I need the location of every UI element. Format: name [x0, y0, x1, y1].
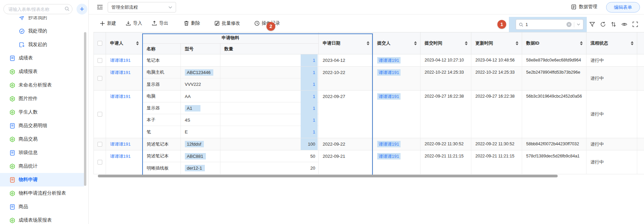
row-checkbox[interactable]: [98, 160, 102, 165]
status-cell: 进行中: [586, 54, 637, 66]
applicant-link[interactable]: 谭谭谭191: [110, 154, 131, 159]
filter-icon[interactable]: [589, 21, 595, 27]
item-name-cell: 简述笔记本: [143, 138, 181, 150]
sidebar-item-form-material-request[interactable]: 物料申请: [0, 173, 84, 186]
sidebar-item-handled-by-me[interactable]: 我处理的: [0, 24, 84, 38]
table-row: 谭谭谭191 电脑主机 ABC123446 1 显示器 VVV222 1 202…: [94, 67, 644, 91]
sidebar-scrollbar[interactable]: [84, 32, 86, 186]
item-qty-cell: 100: [220, 138, 318, 150]
submitter-link[interactable]: 谭谭谭191: [377, 69, 401, 76]
submitter-link[interactable]: 谭谭谭191: [377, 57, 401, 64]
submit-time-cell: 2022-10-22 14:25:33: [421, 67, 471, 90]
grid-search-input[interactable]: [525, 22, 566, 27]
row-checkbox[interactable]: [98, 142, 102, 147]
collapse-sidebar-icon[interactable]: [97, 4, 103, 10]
horizontal-scrollbar[interactable]: [98, 175, 558, 177]
annotation-badge-1: 1: [497, 20, 506, 29]
chevron-down-icon[interactable]: [577, 23, 580, 26]
form-doc-icon: [9, 204, 15, 210]
row-checkbox[interactable]: [98, 76, 102, 81]
sort-icon[interactable]: [516, 41, 518, 45]
sort-icon[interactable]: [136, 41, 139, 45]
sidebar-item-report-image-widget[interactable]: 图片控件: [0, 92, 84, 105]
flow-scope-select[interactable]: 管理全部流程: [108, 2, 176, 13]
sidebar-item-report-product-stats[interactable]: 商品统计: [0, 159, 84, 173]
status-cell: 进行中: [586, 138, 637, 150]
search-icon: [519, 22, 523, 27]
edit-doc-icon: [214, 21, 220, 26]
sidebar-item-report-scores[interactable]: 成绩报表: [0, 65, 84, 78]
data-manage-button[interactable]: 数据管理: [571, 4, 597, 10]
col-header-status[interactable]: 流程状态: [586, 32, 637, 54]
col-header-submitter[interactable]: 提交人: [373, 32, 421, 54]
report-icon: [9, 69, 15, 75]
data-id-cell: 58bb842f0072b44230ff7032: [522, 138, 586, 150]
submitter-link[interactable]: 谭谭谭191: [377, 141, 401, 147]
refresh-icon[interactable]: [600, 21, 606, 27]
col-header-apply-date[interactable]: 申请日期: [319, 32, 373, 54]
sidebar-item-report-unnamed-analysis[interactable]: 未命名分析报表: [0, 78, 84, 92]
sort-icon[interactable]: [580, 41, 583, 45]
item-name-cell: 笔: [143, 126, 181, 138]
select-all-checkbox[interactable]: [98, 41, 102, 46]
sort-icon[interactable]: [465, 41, 468, 45]
col-header-data-id[interactable]: 数据ID: [522, 32, 586, 54]
delete-button[interactable]: 删除: [184, 20, 200, 26]
new-record-button[interactable]: 新建: [100, 20, 116, 26]
item-name-cell: 电脑: [143, 91, 181, 102]
sidebar-item-form-trade-detail[interactable]: 商品交易明细: [0, 119, 84, 132]
col-header-item-name[interactable]: 名称: [143, 44, 181, 54]
report-icon: [9, 109, 15, 115]
sort-icon[interactable]: [631, 41, 634, 45]
export-button[interactable]: 导出: [152, 20, 168, 26]
applicant-link[interactable]: 谭谭谭191: [110, 94, 131, 99]
sidebar-item-form-product[interactable]: 商品: [0, 200, 84, 214]
sidebar-search-input[interactable]: [3, 4, 72, 14]
row-checkbox[interactable]: [98, 58, 102, 63]
table-row: 谭谭谭191 简述笔记本 ABC881 50 明晰插线板 der12-1 20 …: [94, 150, 644, 174]
report-icon: [9, 191, 15, 196]
item-name-cell: 显示器: [143, 78, 181, 90]
update-time-cell: 2022-09-22 11:30:52: [471, 138, 522, 150]
fullscreen-icon[interactable]: [632, 21, 638, 27]
col-header-item-model[interactable]: 型号: [181, 44, 220, 54]
import-button[interactable]: 导入: [126, 20, 142, 26]
topbar: 管理全部流程 数据管理 编辑表单: [89, 0, 644, 15]
update-time-cell: 2022-09-27 16:22:38: [471, 91, 522, 138]
batch-edit-button[interactable]: 批量修改: [214, 20, 240, 26]
sidebar-item-report-trade[interactable]: 商品交易: [0, 132, 84, 146]
applicant-link[interactable]: 谭谭谭191: [110, 58, 131, 63]
col-header-applicant[interactable]: 申请人: [106, 32, 143, 54]
sidebar-item-report-scores-scene[interactable]: 成绩表场景报表: [0, 214, 84, 224]
item-model-cell: ABC881: [181, 150, 220, 162]
sort-icon[interactable]: [414, 41, 417, 45]
add-form-button[interactable]: +: [77, 4, 87, 15]
sidebar-item-form-scores[interactable]: 成绩表: [0, 51, 84, 65]
applicant-link[interactable]: 谭谭谭191: [110, 70, 131, 75]
grid-search-box[interactable]: ✕: [516, 19, 583, 30]
submitter-cell: 谭谭谭191: [373, 150, 421, 174]
trash-icon: [184, 21, 189, 26]
sidebar-item-started-by-me[interactable]: 我发起的: [0, 38, 84, 51]
applicant-link[interactable]: 谭谭谭191: [110, 142, 131, 147]
col-header-submit-time[interactable]: 提交时间: [421, 32, 471, 54]
item-model-cell: ABC123446: [181, 67, 220, 78]
sidebar-item-report-student-count[interactable]: 学生人数: [0, 105, 84, 119]
import-icon: [126, 21, 131, 26]
sidebar-item-form-class-info[interactable]: 班级信息: [0, 146, 84, 159]
apply-date-cell: 2022-09-22: [319, 138, 373, 150]
submitter-link[interactable]: 谭谭谭191: [377, 93, 401, 100]
sort-icon[interactable]: [610, 21, 617, 27]
sidebar-item-cc-to-me[interactable]: 抄送我的: [0, 16, 84, 24]
clear-search-icon[interactable]: ✕: [566, 22, 572, 27]
visibility-icon[interactable]: [621, 21, 627, 27]
col-header-item-qty[interactable]: 数量: [220, 44, 318, 54]
sidebar-item-report-material-flow-analysis[interactable]: 物料申请流程分析报表: [0, 186, 84, 200]
apply-date-cell: 2023-04-12: [319, 54, 373, 66]
edit-form-button[interactable]: 编辑表单: [606, 2, 640, 13]
row-checkbox[interactable]: [98, 112, 102, 117]
item-name-cell: 简述笔记本: [143, 150, 181, 162]
submitter-link[interactable]: 谭谭谭191: [377, 153, 401, 159]
sort-icon[interactable]: [367, 41, 369, 45]
col-header-update-time[interactable]: 更新时间: [471, 32, 522, 54]
